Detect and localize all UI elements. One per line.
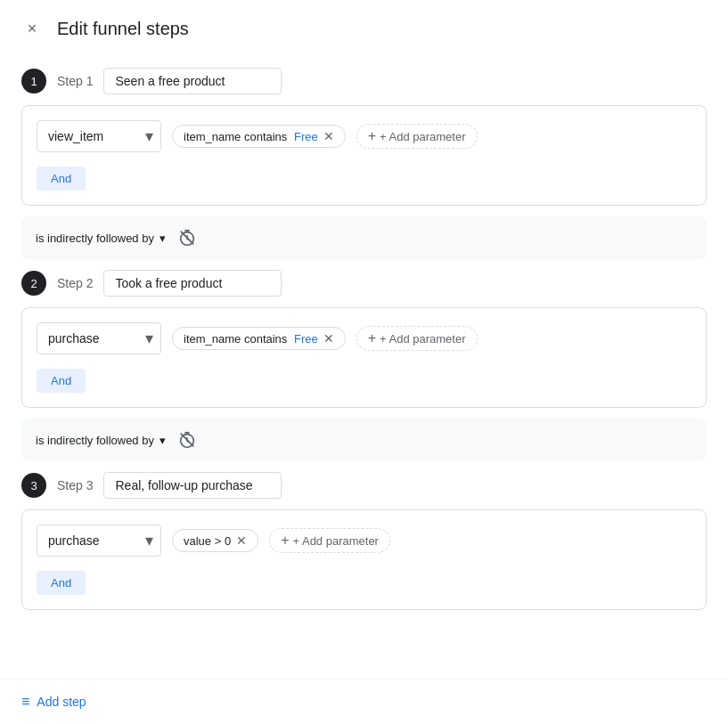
step-3-param-text-0: value > 0 [184,534,231,548]
step-3-add-param[interactable]: + + Add parameter [269,528,390,553]
step-2-number: 2 [21,271,46,296]
step-block-1: 1 Step 1 view_item ▾ item_name contains … [21,68,707,206]
step-3-and-button[interactable]: And [37,571,86,595]
step-1-add-param-label: + Add parameter [380,130,465,143]
step-3-header: 3 Step 3 [21,472,707,499]
step-1-event-row: view_item ▾ item_name contains Free ✕ + … [37,120,691,152]
step-1-chevron-icon: ▾ [145,126,153,146]
connector-1-chevron-icon: ▾ [160,232,166,245]
connector-2-label: is indirectly followed by [36,434,154,447]
dialog-body: 1 Step 1 view_item ▾ item_name contains … [0,53,728,679]
step-block-3: 3 Step 3 purchase ▾ value > 0 ✕ + [21,472,707,610]
step-1-and-button[interactable]: And [37,167,86,191]
step-2-header: 2 Step 2 [21,270,707,297]
connector-1-timer-icon[interactable] [176,227,198,248]
step-1-content: view_item ▾ item_name contains Free ✕ + … [21,105,707,206]
step-1-param-close-0[interactable]: ✕ [323,129,334,143]
step-2-label: Step 2 [57,276,93,290]
connector-1-select[interactable]: is indirectly followed by ▾ [36,232,166,245]
step-3-event-select[interactable]: purchase ▾ [37,525,161,557]
step-2-and-button[interactable]: And [37,369,86,393]
step-3-add-param-icon: + [281,533,289,549]
step-2-param-text-0: item_name contains [184,332,287,346]
step-3-name-input[interactable] [103,472,282,499]
connector-1: is indirectly followed by ▾ [21,216,707,259]
step-3-label: Step 3 [57,478,93,492]
step-2-param-chip-0[interactable]: item_name contains Free ✕ [172,327,346,350]
add-step-lines-icon: ≡ [21,694,29,710]
connector-1-label: is indirectly followed by [36,232,154,245]
connector-2: is indirectly followed by ▾ [21,419,707,461]
step-1-name-input[interactable] [103,68,282,94]
step-2-name-input[interactable] [103,270,282,297]
step-1-param-text-0: item_name contains [184,130,287,143]
connector-2-chevron-icon: ▾ [160,434,166,447]
step-2-param-close-0[interactable]: ✕ [323,331,334,346]
add-step-label: Add step [37,695,86,709]
step-3-param-close-0[interactable]: ✕ [236,533,247,548]
edit-funnel-dialog: × Edit funnel steps 1 Step 1 view_item ▾… [0,0,728,724]
step-2-event-select[interactable]: purchase ▾ [37,322,161,354]
step-1-param-highlight-0: Free [290,130,317,143]
step-1-event-select[interactable]: view_item ▾ [37,120,161,152]
step-2-event-row: purchase ▾ item_name contains Free ✕ + +… [37,322,691,354]
step-1-add-param-icon: + [368,128,376,144]
step-1-event-label: view_item [48,129,103,143]
step-2-add-param[interactable]: + + Add parameter [356,326,478,351]
step-3-add-param-label: + Add parameter [292,534,378,548]
step-3-number: 3 [21,473,46,498]
step-1-label: Step 1 [57,74,93,88]
step-1-add-param[interactable]: + + Add parameter [356,124,478,149]
step-2-add-param-label: + Add parameter [380,332,465,346]
step-3-event-row: purchase ▾ value > 0 ✕ + + Add parameter [37,525,691,557]
step-block-2: 2 Step 2 purchase ▾ item_name contains F… [21,270,707,408]
step-2-param-highlight-0: Free [290,332,317,346]
step-2-add-param-icon: + [368,330,376,346]
step-3-chevron-icon: ▾ [145,531,153,550]
step-3-param-chip-0[interactable]: value > 0 ✕ [172,529,258,552]
step-3-content: purchase ▾ value > 0 ✕ + + Add parameter… [21,509,707,610]
step-1-param-chip-0[interactable]: item_name contains Free ✕ [172,125,346,148]
dialog-title: Edit funnel steps [57,19,189,39]
step-2-chevron-icon: ▾ [145,329,153,348]
close-button[interactable]: × [21,18,43,39]
step-2-event-label: purchase [48,331,100,346]
connector-2-timer-icon[interactable] [176,429,198,451]
step-3-event-label: purchase [48,533,100,548]
connector-2-select[interactable]: is indirectly followed by ▾ [36,434,166,447]
add-step-row[interactable]: ≡ Add step [0,679,728,724]
step-2-content: purchase ▾ item_name contains Free ✕ + +… [21,307,707,408]
dialog-header: × Edit funnel steps [0,0,728,53]
step-1-number: 1 [21,69,46,94]
step-1-header: 1 Step 1 [21,68,707,94]
